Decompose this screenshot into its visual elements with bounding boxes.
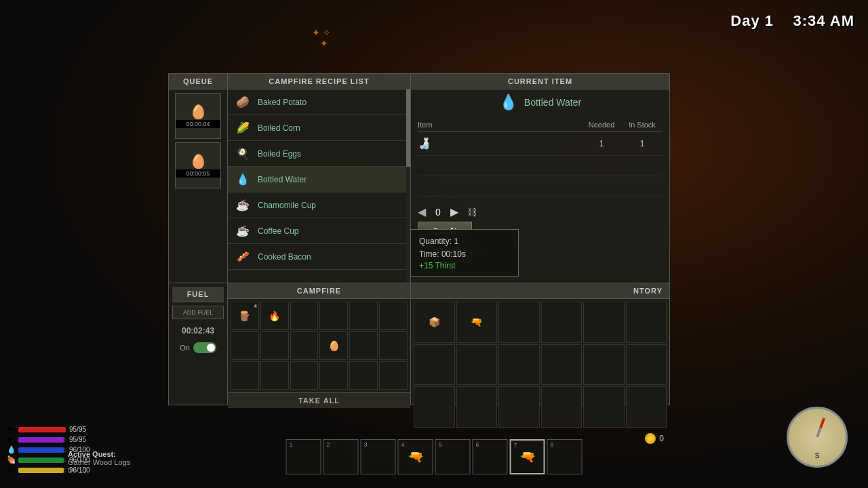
water-fill — [18, 447, 64, 453]
campfire-cell-12[interactable] — [231, 361, 259, 390]
hotbar-icon-4: 🔫 — [408, 449, 423, 464]
inv-cell-10[interactable] — [583, 344, 625, 386]
queue-item-1[interactable]: 🥚 00:00:04 — [175, 93, 221, 139]
recipe-cooked-bacon[interactable]: 🥓 Cooked Bacon — [228, 244, 410, 270]
campfire-cell-15[interactable] — [319, 361, 348, 390]
recipe-baked-potato[interactable]: 🥔 Baked Potato — [228, 89, 410, 115]
hotbar-slot-2[interactable]: 2 — [323, 439, 359, 474]
inv-cell-11[interactable] — [626, 344, 667, 386]
inv-cell-6[interactable] — [414, 344, 455, 386]
food-track — [18, 458, 66, 463]
ingredient-1-needed: 1 — [581, 139, 622, 148]
campfire-cell-13[interactable] — [260, 361, 289, 390]
hotbar: 1 2 3 4 🔫 5 6 7 🔫 8 — [286, 439, 583, 474]
gold-icon — [645, 433, 656, 444]
inv-cell-13[interactable] — [456, 386, 498, 428]
inv-cell-0-icon: 📦 — [429, 317, 440, 327]
boiled-eggs-icon: 🍳 — [233, 144, 252, 163]
hotbar-slot-1[interactable]: 1 — [286, 439, 321, 474]
campfire-cell-3[interactable] — [319, 302, 348, 330]
inv-cell-0[interactable]: 📦 — [414, 302, 455, 343]
fuel-toggle-switch[interactable] — [193, 342, 216, 353]
qty-increase-button[interactable]: ▶ — [450, 205, 458, 218]
inv-cell-16[interactable] — [583, 386, 625, 428]
ingredients-header: Item Needed In Stock — [418, 119, 663, 131]
campfire-cell-1[interactable]: 🔥 — [260, 302, 289, 330]
hotbar-num-3: 3 — [364, 441, 368, 448]
campfire-cell-16[interactable] — [349, 361, 378, 390]
quest-title: Active Quest: — [68, 450, 130, 458]
campfire-header: CAMPFIRE — [228, 283, 410, 299]
ing-header-stock: In Stock — [622, 121, 663, 129]
campfire-cell-9[interactable]: 🥚 — [319, 331, 348, 360]
hotbar-num-1: 1 — [290, 441, 293, 448]
recipe-chamomile-cup[interactable]: ☕ Chamomile Cup — [228, 192, 410, 218]
gold-amount: 0 — [659, 434, 664, 443]
campfire-cell-14[interactable] — [290, 361, 319, 390]
hotbar-slot-3[interactable]: 3 — [361, 439, 396, 474]
inv-cell-14[interactable] — [498, 386, 540, 428]
inventory-header: NTORY — [411, 283, 669, 299]
recipe-bottled-water[interactable]: 💧 Bottled Water — [228, 167, 410, 192]
hotbar-slot-6[interactable]: 6 — [473, 439, 508, 474]
inv-cell-8[interactable] — [498, 344, 540, 386]
campfire-cell-7[interactable] — [260, 331, 289, 360]
take-all-button[interactable]: TAKE ALL — [228, 392, 410, 408]
campfire-cell-4[interactable] — [349, 302, 378, 330]
hotbar-slot-5[interactable]: 5 — [435, 439, 471, 474]
campfire-cell-8[interactable] — [290, 331, 319, 360]
recipe-coffee-cup[interactable]: ☕ Coffee Cup — [228, 218, 410, 244]
tooltip-qty-value: 1 — [454, 237, 458, 246]
bottled-water-icon: 💧 — [233, 170, 252, 189]
inv-cell-4[interactable] — [583, 302, 625, 343]
add-fuel-button[interactable]: ADD FUEL — [172, 306, 224, 319]
inv-cell-7[interactable] — [456, 344, 498, 386]
hotbar-slot-4[interactable]: 4 🔫 — [398, 439, 433, 474]
warmth-icon: ☀ — [7, 466, 15, 474]
inventory-panel: NTORY 📦 🔫 — [411, 283, 670, 405]
campfire-cell-2[interactable] — [290, 302, 319, 330]
current-item-header: CURRENT ITEM — [411, 74, 669, 89]
cooked-bacon-label: Cooked Bacon — [258, 252, 311, 262]
hotbar-num-8: 8 — [551, 441, 554, 448]
hotbar-slot-7[interactable]: 7 🔫 — [510, 439, 545, 474]
recipe-list-header: CAMPFIRE RECIPE LIST — [228, 74, 410, 89]
ingredient-1-icon: 🍶 — [418, 137, 431, 150]
qty-decrease-button[interactable]: ◀ — [418, 205, 426, 218]
inv-cell-3[interactable] — [541, 302, 583, 343]
chamomile-cup-icon: ☕ — [233, 196, 252, 215]
recipe-boiled-eggs[interactable]: 🍳 Boiled Eggs — [228, 141, 410, 167]
inv-cell-9[interactable] — [541, 344, 583, 386]
stamina-fill — [18, 437, 64, 443]
campfire-cell-5[interactable] — [379, 302, 408, 330]
toggle-label: On — [180, 344, 190, 352]
campfire-cell-6[interactable] — [231, 331, 259, 360]
fuel-panel: FUEL ADD FUEL 00:02:43 On — [168, 283, 228, 405]
health-track — [18, 427, 66, 432]
inv-cell-5[interactable] — [626, 302, 667, 343]
hotbar-num-5: 5 — [439, 441, 442, 448]
recipe-boiled-corn[interactable]: 🌽 Boiled Corn — [228, 115, 410, 141]
hotbar-slot-8[interactable]: 8 — [547, 439, 583, 474]
compass-needle — [816, 418, 825, 438]
hotbar-icon-7: 🔫 — [520, 449, 535, 464]
tooltip-box: Quantity: 1 Time: 00:10s +15 Thirst — [410, 229, 519, 277]
qty-value: 0 — [431, 207, 445, 218]
inv-cell-2[interactable] — [498, 302, 540, 343]
campfire-cell-0[interactable]: 4 🪵 — [231, 302, 259, 330]
inv-cell-1[interactable]: 🔫 — [456, 302, 498, 343]
campfire-cell-17[interactable] — [379, 361, 408, 390]
compass: S — [787, 407, 848, 468]
fuel-toggle-row: On — [180, 342, 216, 353]
inv-cell-17[interactable] — [626, 386, 667, 428]
queue-item-2[interactable]: 🥚 00:00:05 — [175, 142, 221, 188]
campfire-cell-11[interactable] — [379, 331, 408, 360]
water-track — [18, 447, 66, 453]
hotbar-num-6: 6 — [476, 441, 479, 448]
inv-cell-12[interactable] — [414, 386, 455, 428]
inv-cell-15[interactable] — [541, 386, 583, 428]
qty-chain-icon: ⛓ — [467, 207, 477, 218]
campfire-cell-10[interactable] — [349, 331, 378, 360]
recipe-panel: CAMPFIRE RECIPE LIST 🥔 Baked Potato 🌽 Bo… — [228, 73, 411, 283]
boiled-corn-icon: 🌽 — [233, 119, 252, 138]
